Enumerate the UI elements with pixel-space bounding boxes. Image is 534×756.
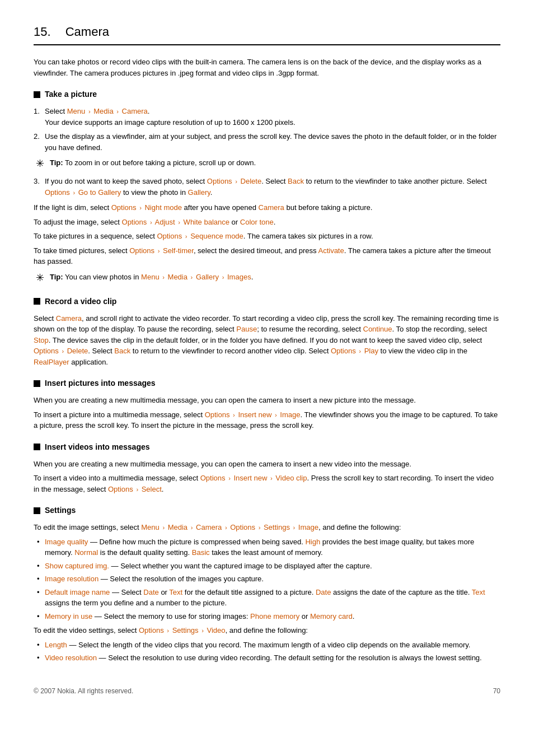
link-options-vid-set[interactable]: Options xyxy=(139,626,164,634)
link-image-quality[interactable]: Image quality xyxy=(45,538,88,546)
link-media-2[interactable]: Media xyxy=(168,273,188,281)
link-options-set[interactable]: Options xyxy=(230,523,255,531)
setting-video-resolution: Video resolution — Select the resolution… xyxy=(34,652,500,664)
link-default-image-name[interactable]: Default image name xyxy=(45,588,110,596)
chapter-number: 15. xyxy=(34,25,51,39)
settings-para-2: To edit the video settings, select Optio… xyxy=(34,625,500,636)
link-options-ins-new[interactable]: Options xyxy=(205,410,230,419)
link-options-del-2[interactable]: Options xyxy=(34,347,59,355)
link-menu-2[interactable]: Menu xyxy=(141,273,160,281)
link-options-adjust[interactable]: Options xyxy=(122,218,147,226)
link-color-tone[interactable]: Color tone xyxy=(240,218,274,226)
step-1: 1. Select Menu › Media › Camera. Your de… xyxy=(34,106,500,128)
link-realplayer[interactable]: RealPlayer xyxy=(34,358,69,366)
link-video-set[interactable]: Video xyxy=(207,626,226,634)
link-phone-memory[interactable]: Phone memory xyxy=(250,612,299,620)
link-text-2[interactable]: Text xyxy=(472,588,485,596)
link-length[interactable]: Length xyxy=(45,641,67,649)
link-image-resolution[interactable]: Image resolution xyxy=(45,575,99,583)
link-memory-in-use[interactable]: Memory in use xyxy=(45,612,92,620)
link-activate[interactable]: Activate xyxy=(318,246,344,255)
video-settings-list: Length — Select the length of the video … xyxy=(34,640,500,664)
setting-default-name: Default image name — Select Date or Text… xyxy=(34,587,500,609)
link-back[interactable]: Back xyxy=(288,177,304,185)
tip-1: ✳ Tip: To zoom in or out before taking a… xyxy=(34,157,500,171)
link-adjust[interactable]: Adjust xyxy=(155,218,175,226)
link-sequence-mode[interactable]: Sequence mode xyxy=(190,232,243,240)
link-date[interactable]: Date xyxy=(143,588,158,596)
link-stop[interactable]: Stop xyxy=(34,336,49,344)
link-insert-new[interactable]: Insert new xyxy=(238,410,271,419)
link-delete[interactable]: Delete xyxy=(241,177,262,185)
page-header: 15. Camera xyxy=(34,22,500,45)
section-insert-videos: Insert videos into messages xyxy=(34,441,500,453)
para-night-mode: If the light is dim, select Options › Ni… xyxy=(34,202,500,213)
section-title-5: Settings xyxy=(45,505,76,516)
link-settings-vid[interactable]: Settings xyxy=(172,626,199,634)
link-self-timer[interactable]: Self-timer xyxy=(163,246,194,255)
insert-videos-para-1: When you are creating a new multimedia m… xyxy=(34,459,500,470)
link-night-mode[interactable]: Night mode xyxy=(144,203,181,212)
link-basic[interactable]: Basic xyxy=(192,548,210,557)
link-image-set[interactable]: Image xyxy=(298,523,318,531)
link-settings[interactable]: Settings xyxy=(264,523,290,531)
intro-paragraph: You can take photos or record video clip… xyxy=(34,57,500,78)
setting-show-captured: Show captured img. — Select whether you … xyxy=(34,561,500,572)
link-video-clip[interactable]: Video clip xyxy=(275,474,307,482)
section-insert-pictures: Insert pictures into messages xyxy=(34,377,500,389)
link-go-to-gallery[interactable]: Go to Gallery xyxy=(78,188,121,197)
link-images[interactable]: Images xyxy=(227,273,251,281)
link-media-3[interactable]: Media xyxy=(168,523,188,531)
settings-para-1: To edit the image settings, select Menu … xyxy=(34,522,500,533)
link-memory-card[interactable]: Memory card xyxy=(310,612,353,620)
section-icon-4 xyxy=(34,444,40,450)
link-delete-2[interactable]: Delete xyxy=(67,347,88,355)
setting-image-resolution: Image resolution — Select the resolution… xyxy=(34,573,500,585)
link-back-2[interactable]: Back xyxy=(114,347,130,355)
link-date-2[interactable]: Date xyxy=(316,588,331,596)
link-options-timer[interactable]: Options xyxy=(129,246,154,255)
section-title: Take a picture xyxy=(45,88,97,100)
link-menu-3[interactable]: Menu xyxy=(141,523,160,531)
tip-icon-1: ✳ xyxy=(36,156,44,171)
setting-memory-in-use: Memory in use — Select the memory to use… xyxy=(34,611,500,622)
link-image[interactable]: Image xyxy=(280,410,300,419)
section-icon-2 xyxy=(34,298,40,305)
link-gallery-2[interactable]: Gallery xyxy=(196,273,219,281)
section-settings: Settings xyxy=(34,505,500,516)
para-adjust: To adjust the image, select Options › Ad… xyxy=(34,217,500,228)
link-options-ins-vid[interactable]: Options xyxy=(200,474,226,482)
link-media[interactable]: Media xyxy=(93,107,113,115)
tip-2: ✳ Tip: You can view photos in Menu › Med… xyxy=(34,272,500,286)
link-white-balance[interactable]: White balance xyxy=(184,218,229,226)
link-text[interactable]: Text xyxy=(169,588,182,596)
link-options-delete[interactable]: Options xyxy=(207,177,232,185)
link-camera[interactable]: Camera xyxy=(122,107,148,115)
link-pause[interactable]: Pause xyxy=(236,325,257,333)
link-video-resolution[interactable]: Video resolution xyxy=(45,654,97,662)
link-show-captured[interactable]: Show captured img. xyxy=(45,562,109,570)
link-options-night[interactable]: Options xyxy=(111,203,137,212)
link-options-play[interactable]: Options xyxy=(331,347,356,355)
footer: © 2007 Nokia. All rights reserved. 70 xyxy=(34,686,500,696)
link-camera-2[interactable]: Camera xyxy=(259,203,284,212)
page-number: 70 xyxy=(493,686,500,696)
link-continue[interactable]: Continue xyxy=(363,325,392,333)
section-take-a-picture: Take a picture xyxy=(34,88,500,100)
step-3: 3. If you do not want to keep the saved … xyxy=(34,176,500,198)
link-camera-3[interactable]: Camera xyxy=(196,523,222,531)
link-options-sel[interactable]: Options xyxy=(108,485,133,493)
link-gallery[interactable]: Gallery xyxy=(188,188,210,197)
tip-icon-2: ✳ xyxy=(36,270,44,286)
link-normal[interactable]: Normal xyxy=(74,548,98,557)
link-options-seq[interactable]: Options xyxy=(157,232,182,240)
link-camera-rec[interactable]: Camera xyxy=(56,314,82,323)
link-menu[interactable]: Menu xyxy=(67,107,86,115)
link-high[interactable]: High xyxy=(305,538,320,546)
link-insert-new-vid[interactable]: Insert new xyxy=(233,474,267,482)
link-options-go-gallery[interactable]: Options xyxy=(45,188,70,197)
link-play[interactable]: Play xyxy=(364,347,378,355)
take-picture-step3: 3. If you do not want to keep the saved … xyxy=(34,176,500,198)
section-icon-3 xyxy=(34,380,40,387)
link-select[interactable]: Select xyxy=(142,485,162,493)
